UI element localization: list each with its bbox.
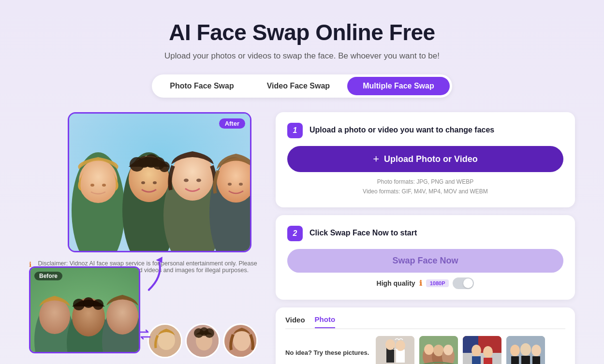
svg-point-16 [184,179,189,182]
gallery-images [376,336,545,364]
high-quality-toggle[interactable] [453,277,474,289]
left-panel: After [29,112,261,364]
page-wrapper: AI Face Swap Online Free Upload your pho… [0,0,604,364]
tab-bar: Photo Face Swap Video Face Swap Multiple… [152,74,452,98]
svg-rect-60 [472,356,481,364]
svg-point-17 [196,179,201,182]
svg-point-29 [73,299,85,310]
tab-video-face-swap[interactable]: Video Face Swap [251,77,345,95]
svg-point-68 [531,345,541,356]
gallery-tab-bar: Video Photo [285,315,565,329]
swap-arrows-icon [137,327,152,345]
svg-point-61 [483,346,493,358]
step-2-description: Click Swap Face Now to start [309,226,417,238]
step-2-number: 2 [287,226,303,241]
svg-rect-69 [532,356,540,364]
step-1-description: Upload a photo or video you want to chan… [309,123,494,135]
swap-face-button[interactable]: Swap Face Now [287,249,563,273]
face-circle-3 [223,323,258,358]
gallery-tab-video[interactable]: Video [285,315,305,328]
svg-point-13 [153,181,157,184]
video-formats: Video formats: GIF, M4V, MP4, MOV and WE… [287,187,563,196]
before-image-container: Before [29,266,140,353]
after-image-container: After [68,112,251,252]
step-2-header: 2 Click Swap Face Now to start [287,226,563,241]
gallery-thumb-1[interactable] [376,336,414,364]
gallery-tab-photo[interactable]: Photo [315,315,336,328]
content-area: After [29,112,575,364]
svg-point-66 [520,343,531,356]
plus-icon: + [373,153,379,165]
before-badge: Before [34,272,62,280]
step-1-card: 1 Upload a photo or video you want to ch… [276,112,575,207]
photo-formats: Photo formats: JPG, PNG and WEBP [287,177,563,187]
gallery-thumb-2[interactable] [419,336,458,364]
step-2-card: 2 Click Swap Face Now to start Swap Face… [276,215,575,300]
svg-rect-46 [396,349,405,363]
step-1-number: 1 [287,123,303,138]
format-info: Photo formats: JPG, PNG and WEBP Video f… [287,177,563,197]
svg-point-30 [83,297,94,308]
upload-button-label: Upload Photo or Video [384,154,478,164]
gallery-thumb-4[interactable] [506,336,545,364]
quality-row: High quality ℹ 1080P [287,277,563,289]
svg-point-31 [93,299,103,310]
svg-point-21 [239,183,243,186]
svg-point-2 [79,160,118,203]
face-circle-1 [147,323,182,358]
svg-point-42 [233,331,250,351]
step-1-header: 1 Upload a photo or video you want to ch… [287,123,563,138]
face-circle-2 [185,323,220,358]
right-panel: 1 Upload a photo or video you want to ch… [276,112,575,364]
after-image [69,114,250,251]
gallery-card: Video Photo No idea? Try these pictures. [276,307,575,364]
page-subtitle: Upload your photos or videos to swap the… [164,51,440,61]
gallery-content: No idea? Try these pictures. [285,336,565,364]
svg-point-40 [205,328,214,338]
svg-rect-57 [463,353,501,364]
tab-photo-face-swap[interactable]: Photo Face Swap [154,77,249,95]
quality-label: High quality [377,279,415,287]
svg-point-33 [106,298,138,335]
svg-point-59 [471,345,481,356]
face-circles [147,323,258,358]
svg-point-20 [228,183,232,186]
quality-badge: 1080P [426,279,449,287]
gallery-thumb-3[interactable] [463,336,501,364]
svg-rect-62 [484,358,492,364]
svg-point-3 [90,184,94,187]
before-image [30,268,139,352]
svg-point-11 [159,161,170,172]
svg-point-26 [39,298,70,334]
after-badge: After [219,118,245,129]
quality-info-icon[interactable]: ℹ [419,279,422,288]
svg-rect-65 [511,356,519,364]
svg-point-45 [385,339,395,350]
upload-button[interactable]: + Upload Photo or Video [287,146,563,172]
svg-point-54 [443,345,453,355]
page-title: AI Face Swap Online Free [169,19,435,45]
swap-face-button-label: Swap Face Now [392,256,458,266]
svg-rect-43 [376,336,414,364]
svg-rect-67 [521,356,530,364]
svg-point-50 [424,344,434,355]
after-svg [69,114,251,252]
svg-point-4 [102,184,106,187]
no-idea-text: No idea? Try these pictures. [285,349,369,356]
tab-multiple-face-swap[interactable]: Multiple Face Swap [347,77,450,95]
svg-point-64 [510,345,520,356]
svg-point-12 [141,181,145,184]
